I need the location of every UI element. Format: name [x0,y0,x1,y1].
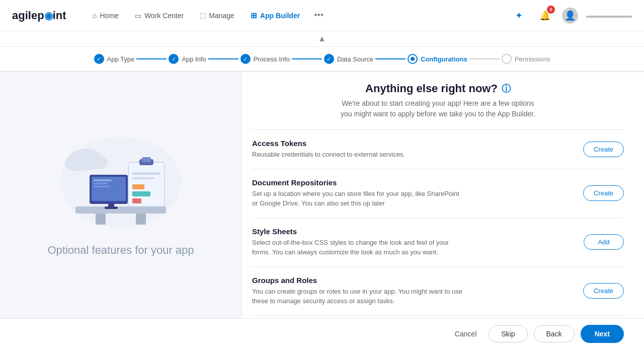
svg-point-2 [64,155,87,171]
step-circle-configurations [408,54,418,64]
groups-and-roles-create-button[interactable]: Create [583,283,624,299]
main-content: Optional features for your app Anything … [0,72,644,318]
svg-rect-12 [94,183,108,184]
connector-2 [208,58,238,59]
svg-rect-8 [105,206,118,209]
option-text-access-tokens: Access Tokens Reusable credentials to co… [252,139,405,160]
step-process-info-label: Process Info [254,55,290,63]
svg-rect-13 [94,186,110,187]
option-desc-style-sheets: Select out-of-the-box CSS styles to chan… [252,238,463,257]
step-data-source[interactable]: ✓ Data Source [324,54,373,64]
subtitle-line2: you might want to apply before we take y… [341,110,535,118]
title-text: Anything else right now? [365,82,498,95]
check-icon: ✓ [97,56,101,62]
option-label-groups-and-roles: Groups and Roles [252,276,463,285]
connector-3 [292,58,322,59]
check-icon: ✓ [172,56,176,62]
illustration-caption: Optional features for your app [47,243,194,258]
option-document-repositories: Document Repositories Set up a location … [252,169,624,218]
caption-text: Optional features for your app [47,244,194,256]
option-groups-and-roles: Groups and Roles You can create groups o… [252,266,624,316]
connector-4 [375,58,406,59]
check-icon: ✓ [327,56,331,62]
step-app-info-label: App Info [182,55,206,63]
option-desc-groups-and-roles: You can create groups or roles to use in… [252,287,463,306]
svg-rect-4 [75,206,166,214]
section-title: Anything else right now? ⓘ [252,82,624,95]
option-label-style-sheets: Style Sheets [252,227,463,236]
notification-badge: 0 [547,6,555,14]
step-permissions[interactable]: Permissions [502,54,550,64]
step-circle-data-source: ✓ [324,54,334,64]
step-bar: ✓ App Type ✓ App Info ✓ Process Info ✓ D… [0,47,644,72]
svg-rect-20 [132,191,150,196]
option-desc-access-tokens: Reusable credentials to connect to exter… [252,150,405,160]
subtitle-line1: We're about to start creating your app! … [342,99,534,107]
access-tokens-create-button[interactable]: Create [583,142,624,157]
step-app-type[interactable]: ✓ App Type [94,54,135,64]
nav-manage[interactable]: ⬚ Manage [194,8,240,24]
nav-appbuilder[interactable]: ⊞ App Builder [245,7,306,24]
home-icon: ⌂ [92,11,97,20]
footer: Cancel Skip Back Next [0,318,644,348]
svg-rect-16 [142,157,151,162]
back-button[interactable]: Back [534,325,575,342]
nav-appbuilder-label: App Builder [260,12,300,20]
apps-icon-btn[interactable]: ✦ [510,7,528,25]
step-configurations[interactable]: Configurations [408,54,467,64]
user-name: ▬▬▬▬▬▬▬ [586,12,632,19]
nav-home-label: Home [100,12,119,20]
header-right: ✦ 🔔 0 👤 ▬▬▬▬▬▬▬ [510,7,632,25]
check-icon: ✓ [243,56,248,62]
option-text-style-sheets: Style Sheets Select out-of-the-box CSS s… [252,227,463,257]
cancel-button[interactable]: Cancel [449,326,483,342]
connector-5 [469,58,500,59]
nav-workcenter-label: Work Center [144,12,184,20]
style-sheets-add-button[interactable]: Add [584,234,624,250]
info-icon[interactable]: ⓘ [502,83,511,95]
monitor-icon: ▭ [135,12,141,20]
notifications-btn[interactable]: 🔔 0 [536,7,554,25]
svg-rect-11 [94,179,112,181]
option-label-document-repositories: Document Repositories [252,178,463,187]
svg-rect-17 [132,172,160,175]
skip-button[interactable]: Skip [489,325,527,342]
step-circle-app-info: ✓ [169,54,179,64]
connector-1 [136,58,167,59]
avatar-icon: 👤 [565,10,576,21]
illustration [55,132,186,233]
chevron-up-icon[interactable]: ▲ [318,34,326,43]
option-text-document-repositories: Document Repositories Set up a location … [252,178,463,208]
step-app-type-label: App Type [107,55,135,63]
left-panel: Optional features for your app [0,72,242,318]
avatar[interactable]: 👤 [562,8,578,24]
option-desc-document-repositories: Set up a location where you can store fi… [252,189,463,208]
option-text-groups-and-roles: Groups and Roles You can create groups o… [252,276,463,306]
document-repositories-create-button[interactable]: Create [583,185,624,201]
logo: agilep◉int [12,9,66,22]
header: agilep◉int ⌂ Home ▭ Work Center ⬚ Manage… [0,0,644,31]
svg-rect-19 [132,184,144,189]
nav-more-button[interactable]: ••• [310,6,328,25]
logo-text: agilep◉int [12,9,66,22]
svg-point-3 [88,155,108,169]
next-button[interactable]: Next [581,325,624,343]
svg-rect-18 [132,177,154,179]
nav-workcenter[interactable]: ▭ Work Center [129,8,190,24]
chevron-bar: ▲ [0,31,644,47]
step-app-info[interactable]: ✓ App Info [169,54,206,64]
step-circle-permissions [502,54,512,64]
nav-home[interactable]: ⌂ Home [86,7,124,24]
step-process-info[interactable]: ✓ Process Info [240,54,290,64]
nav-manage-label: Manage [209,12,234,20]
step-configurations-label: Configurations [421,55,467,63]
step-circle-process-info: ✓ [240,54,251,64]
step-permissions-label: Permissions [515,55,550,63]
svg-rect-21 [132,198,141,203]
appbuilder-icon: ⊞ [251,11,257,20]
step-data-source-label: Data Source [337,55,373,63]
section-subtitle: We're about to start creating your app! … [252,98,624,119]
option-access-tokens: Access Tokens Reusable credentials to co… [252,129,624,169]
step-circle-app-type: ✓ [94,54,104,64]
apps-icon: ✦ [515,10,523,21]
